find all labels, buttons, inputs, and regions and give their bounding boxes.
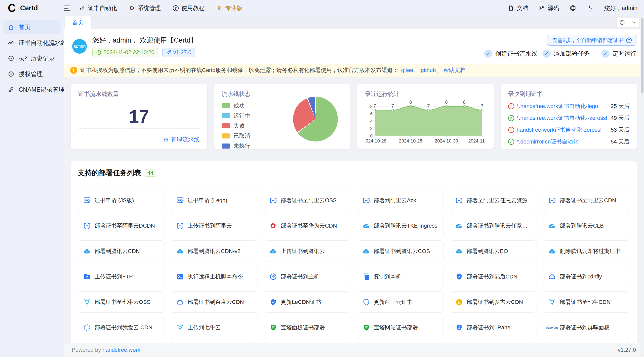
deploy-task-card[interactable]: ✿ 部署证书至华为云CDN — [264, 215, 351, 236]
deploy-task-card[interactable]: 部署证书到百度云CDN — [171, 291, 258, 313]
deploy-task-card[interactable]: 上传证书到腾讯云 — [264, 240, 351, 262]
setup-step[interactable]: ✓ 添加部署任务 – — [543, 50, 596, 58]
banner-link[interactable]: 帮助文档 — [443, 67, 465, 73]
deploy-task-card[interactable]: 证书申请 (JS版) — [78, 190, 165, 211]
deploy-task-card[interactable]: 部署到腾讯云CDN — [78, 240, 165, 262]
deploy-task-card[interactable]: 1 部署证书到1Panel — [450, 317, 537, 338]
deploy-task-card[interactable]: 部署到阿里云Ack — [357, 190, 444, 211]
deploy-task-card[interactable]: 删除腾讯云即将过期证书 — [543, 240, 630, 262]
deploy-task-card[interactable]: 更新白山云证书 — [357, 291, 444, 313]
link-separator: 、 — [436, 67, 442, 73]
sidebar-item-label: 授权管理 — [19, 70, 43, 78]
task-icon — [362, 247, 370, 255]
pipeline-count-card: 证书流水线数量 17 ⚙ 管理流水线 — [71, 84, 207, 149]
task-icon: D — [455, 298, 463, 306]
nav-menu-item[interactable]: ? 使用教程 — [172, 4, 205, 12]
deploy-task-card[interactable]: 部署证书到主机 — [264, 266, 351, 287]
deploy-task-card[interactable]: 部署到腾讯云TKE-ingress — [357, 215, 444, 236]
deploy-task-card[interactable]: 部署到腾讯云CLB — [543, 215, 630, 236]
nav-menu-item[interactable]: ♛ 专业版 — [216, 4, 243, 12]
task-label: 复制到本机 — [374, 273, 401, 280]
svg-text:7: 7 — [427, 103, 430, 109]
sidebar-item[interactable]: 首页 — [3, 20, 61, 34]
scrollbar-track[interactable] — [640, 16, 644, 357]
setup-step[interactable]: ✓ 创建证书流水线 — [484, 50, 538, 58]
expiring-certs-list: *.handsfree.work证书自动化-lego 25 天后 *.hands… — [508, 101, 630, 149]
deploy-task-card[interactable]: 部署证书到腾讯云COS — [357, 240, 444, 262]
tasks-header: 支持的部署任务列表 44 — [78, 168, 630, 183]
nav-docs-link[interactable]: 文档 — [508, 4, 528, 12]
guide-button[interactable]: 仅需3步，全自动申请部署证书 ? — [547, 35, 636, 46]
deploy-task-card[interactable]: 部署证书至七牛CDN — [543, 291, 630, 313]
deploy-task-card[interactable]: 部署证书到我爱云 CDN — [78, 317, 165, 338]
deploy-task-card[interactable]: 部署到腾讯云CDN-v2 — [171, 240, 258, 262]
deploy-task-card[interactable]: 执行远程主机脚本命令 — [171, 266, 258, 287]
task-label: 部署到腾讯云CDN-v2 — [188, 247, 240, 255]
deploy-task-card[interactable]: 更新LeCDN证书 — [264, 291, 351, 313]
task-label: 部署证书到1Panel — [467, 324, 512, 331]
deploy-task-card[interactable]: 部署证书到cdnfly — [543, 266, 630, 287]
nav-item-icon: ⚙ — [129, 5, 135, 11]
handsfree-link[interactable]: handsfree.work — [102, 347, 140, 353]
svg-text:8: 8 — [445, 100, 448, 105]
deploy-task-card[interactable]: 部署证书至阿里云OSS — [264, 190, 351, 211]
deploy-task-card[interactable]: 复制到本机 — [357, 266, 444, 287]
brand[interactable]: C Certd — [7, 3, 57, 13]
deploy-task-card[interactable]: 宝塔网站证书部署 — [357, 317, 444, 338]
deploy-task-card[interactable]: 上传证书到阿里云 — [171, 215, 258, 236]
tab-home[interactable]: 首页 — [65, 16, 91, 29]
deploy-task-card[interactable]: D 部署证书到多吉云CDN — [450, 291, 537, 313]
banner-link[interactable]: github — [421, 67, 436, 73]
legend-item[interactable]: 未执行 — [222, 142, 343, 149]
theme-sparkle-icon[interactable] — [587, 4, 594, 12]
deploy-task-card[interactable]: 部署证书至阿里云CDN — [543, 190, 630, 211]
expiring-cert-row: *.handsfree.work证书自动化-lego 25 天后 — [508, 101, 630, 111]
nav-menu-item[interactable]: 证书自动化 — [79, 4, 117, 12]
tab-menu-chevron-icon[interactable] — [628, 18, 639, 27]
deploy-task-card[interactable]: 部署证书到腾讯云任意云资源 — [450, 215, 537, 236]
sidebar-item[interactable]: 执行历史记录 — [3, 51, 61, 65]
brand-name: Certd — [20, 4, 38, 12]
deploy-task-card[interactable]: 证书申请 (Lego) — [171, 190, 258, 211]
setup-step[interactable]: ✓ 定时运行 — [601, 50, 636, 58]
deploy-task-card[interactable]: 部署证书至阿里云DCDN — [78, 215, 165, 236]
manage-pipelines-link[interactable]: ⚙ 管理流水线 — [163, 136, 200, 144]
tasks-count-badge: 44 — [145, 169, 156, 177]
scrollbar-thumb[interactable] — [641, 18, 643, 93]
nav-menu-item[interactable]: ⚙ 系统管理 — [129, 4, 161, 12]
cert-link[interactable]: *.handsfree.work证书自动化-lego — [517, 102, 608, 110]
cert-link[interactable]: *.handsfree.work证书自动化--zerossl — [517, 114, 608, 122]
task-icon — [176, 222, 184, 230]
user-greeting[interactable]: 您好，admin — [604, 4, 637, 12]
cert-link[interactable]: handsfree.work证书自动化-zerossl — [517, 126, 608, 134]
language-globe-icon[interactable] — [569, 4, 577, 12]
task-label: 上传证书到腾讯云 — [281, 247, 325, 255]
sidebar-collapse-icon[interactable] — [64, 6, 70, 11]
svg-text:8: 8 — [409, 100, 412, 105]
deploy-task-card[interactable]: 部署证书至七牛云OSS — [78, 291, 165, 313]
task-label: 部署至阿里云任意云资源 — [467, 197, 528, 204]
deploy-task-card[interactable]: Synology 部署证书到群晖面板 — [543, 317, 630, 338]
task-icon: Synology — [548, 324, 556, 332]
tab-close-icon[interactable] — [616, 18, 628, 27]
deploy-task-card[interactable]: 上传到七牛云 — [171, 317, 258, 338]
sidebar-item[interactable]: CNAME记录管理 — [3, 83, 61, 97]
current-time: 2024-11-02 22:10:20 — [103, 49, 154, 56]
sidebar-item[interactable]: 授权管理 — [3, 67, 61, 81]
nav-source-link[interactable]: 源码 — [538, 4, 559, 12]
recent-runs-card: 最近运行统计 0246877878872024-10-262024-10-282… — [357, 84, 494, 149]
deploy-task-card[interactable]: 部署至阿里云任意云资源 — [450, 190, 537, 211]
manage-pipelines-label: 管理流水线 — [171, 136, 200, 144]
welcome-header: admin 您好，admin， 欢迎使用【Certd】 2024-11-02 2… — [64, 29, 644, 64]
version-badge[interactable]: v1.27.0 — [162, 48, 195, 57]
nav-docs-label: 文档 — [517, 4, 528, 12]
banner-link[interactable]: gitee — [401, 67, 413, 73]
avatar[interactable]: admin — [72, 39, 87, 54]
cert-link[interactable]: *.docmirror.cn证书自动化 — [517, 138, 608, 146]
legend-label: 已取消 — [234, 132, 250, 140]
sidebar-item[interactable]: 证书自动化流水线 — [3, 36, 61, 50]
deploy-task-card[interactable]: 上传证书到FTP — [78, 266, 165, 287]
deploy-task-card[interactable]: 宝塔面板证书部署 — [264, 317, 351, 338]
deploy-task-card[interactable]: 部署到腾讯云EO — [450, 240, 537, 262]
deploy-task-card[interactable]: 部署证书到易盾CDN — [450, 266, 537, 287]
